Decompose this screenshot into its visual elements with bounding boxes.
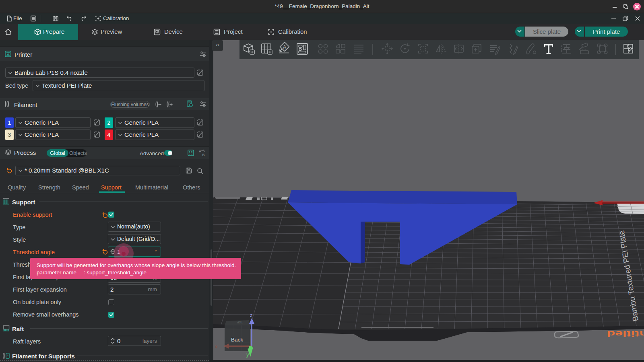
- svg-text:A: A: [199, 149, 201, 153]
- svg-text:x: x: [215, 343, 218, 350]
- svg-text:Back: Back: [231, 337, 243, 343]
- svg-text:z: z: [250, 313, 252, 318]
- svg-text:Untitled: Untitled: [607, 329, 644, 338]
- svg-text:TOP: TOP: [237, 321, 243, 324]
- svg-text:B: B: [202, 153, 205, 156]
- svg-text:A: A: [283, 44, 286, 50]
- svg-text:y: y: [246, 352, 249, 358]
